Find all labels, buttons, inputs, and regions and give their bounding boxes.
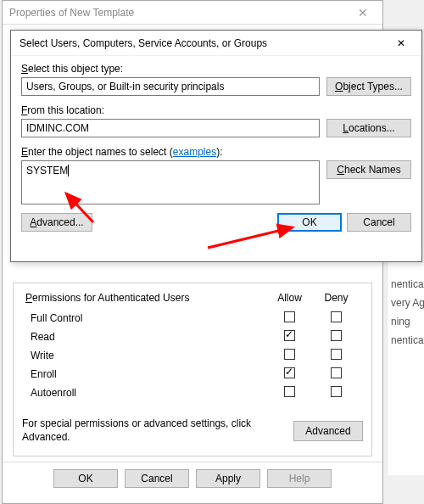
allow-checkbox[interactable]: [284, 386, 295, 397]
permission-row: Full Control: [22, 309, 363, 328]
deny-checkbox[interactable]: [331, 386, 342, 397]
object-type-label: Select this object type:: [21, 63, 411, 75]
select-users-titlebar: Select Users, Computers, Service Account…: [11, 31, 421, 56]
object-type-field[interactable]: [21, 77, 320, 96]
allow-checkbox[interactable]: [284, 311, 295, 322]
allow-column-header: Allow: [266, 292, 313, 304]
allow-checkbox[interactable]: [284, 330, 295, 341]
deny-column-header: Deny: [313, 292, 360, 304]
permission-name: Read: [31, 331, 266, 343]
permission-row: Write: [22, 346, 363, 365]
location-label: From this location:: [21, 104, 411, 116]
permission-row: Read: [22, 328, 363, 346]
examples-link[interactable]: examples: [173, 146, 216, 158]
properties-titlebar: Properties of New Template ✕: [3, 1, 382, 25]
properties-button-row: OK Cancel Apply Help: [3, 462, 382, 495]
permission-name: Enroll: [31, 368, 266, 380]
ok-button[interactable]: OK: [277, 213, 342, 232]
allow-checkbox[interactable]: [284, 349, 295, 360]
object-types-button[interactable]: Object Types...: [326, 77, 411, 96]
select-users-dialog: Select Users, Computers, Service Account…: [10, 30, 422, 262]
permissions-header: Permissions for Authenticated Users: [25, 292, 266, 304]
object-names-label: Enter the object names to select (exampl…: [21, 146, 411, 158]
ok-button[interactable]: OK: [53, 469, 118, 488]
advanced-button[interactable]: Advanced: [293, 421, 363, 441]
object-names-input[interactable]: SYSTEM: [21, 160, 320, 204]
advanced-button[interactable]: Advanced...: [21, 213, 92, 232]
close-icon: ✕: [397, 37, 405, 49]
permission-name: Autoenroll: [31, 387, 266, 399]
list-fragment: nentication, Se: [388, 331, 424, 350]
cancel-button[interactable]: Cancel: [125, 469, 189, 488]
list-fragment: ning: [388, 312, 424, 331]
help-button[interactable]: Help: [267, 469, 332, 488]
deny-checkbox[interactable]: [331, 311, 342, 322]
close-button[interactable]: ✕: [384, 31, 418, 55]
select-users-title: Select Users, Computers, Service Account…: [20, 37, 384, 49]
locations-button[interactable]: Locations...: [326, 119, 411, 137]
allow-checkbox[interactable]: [284, 367, 295, 378]
permission-name: Write: [31, 350, 266, 361]
deny-checkbox[interactable]: [331, 330, 342, 341]
cancel-button[interactable]: Cancel: [347, 213, 411, 232]
close-icon[interactable]: ✕: [350, 6, 376, 20]
location-field[interactable]: [21, 119, 320, 137]
permission-row: Autoenroll: [22, 384, 363, 402]
permissions-panel: Permissions for Authenticated Users Allo…: [13, 283, 372, 456]
apply-button[interactable]: Apply: [196, 469, 260, 488]
deny-checkbox[interactable]: [331, 367, 342, 378]
deny-checkbox[interactable]: [331, 349, 342, 360]
check-names-button[interactable]: Check Names: [326, 160, 411, 179]
properties-title: Properties of New Template: [9, 7, 350, 19]
list-fragment: nentication, Se: [388, 275, 424, 294]
permissions-footer-text: For special permissions or advanced sett…: [22, 417, 285, 444]
list-fragment: very Agent: [388, 294, 424, 312]
permission-row: Enroll: [22, 365, 363, 384]
permission-name: Full Control: [31, 312, 266, 324]
